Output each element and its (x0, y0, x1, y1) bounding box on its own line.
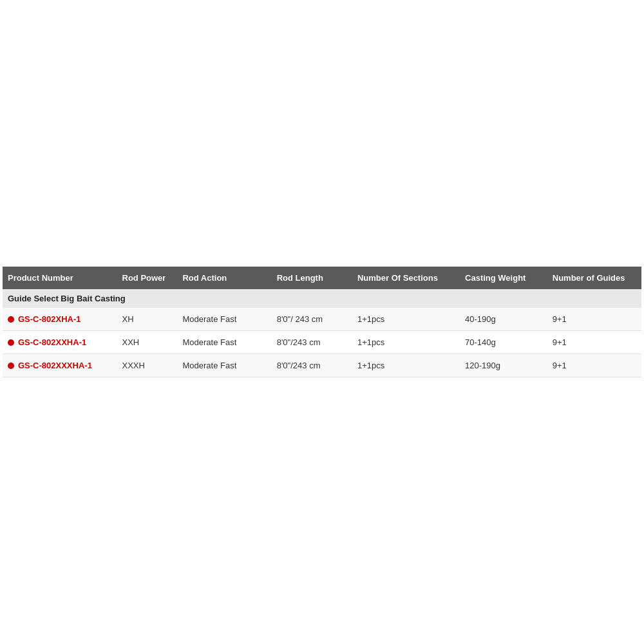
red-dot-icon (8, 339, 14, 346)
header-product-number: Product Number (3, 267, 117, 289)
cell-rod-action-0: Moderate Fast (177, 308, 271, 331)
red-dot-icon (8, 316, 14, 323)
table-container: Product Number Rod Power Rod Action Rod … (3, 267, 641, 377)
cell-rod-action-1: Moderate Fast (177, 331, 271, 354)
cell-rod-length-0: 8'0"/ 243 cm (272, 308, 352, 331)
product-link-2[interactable]: GS-C-802XXXHA-1 (18, 361, 92, 370)
cell-guides-2: 9+1 (547, 354, 641, 377)
cell-product-number-1: GS-C-802XXHA-1 (3, 331, 117, 354)
header-casting-weight: Casting Weight (460, 267, 547, 289)
red-dot-icon (8, 363, 14, 369)
cell-product-number-2: GS-C-802XXXHA-1 (3, 354, 117, 377)
cell-rod-length-1: 8'0"/243 cm (272, 331, 352, 354)
cell-casting-1: 70-140g (460, 331, 547, 354)
table-row: GS-C-802XXXHA-1 XXXH Moderate Fast 8'0"/… (3, 354, 641, 377)
product-link-0[interactable]: GS-C-802XHA-1 (18, 314, 81, 324)
table-row: GS-C-802XXHA-1 XXH Moderate Fast 8'0"/24… (3, 331, 641, 354)
cell-casting-0: 40-190g (460, 308, 547, 331)
cell-product-number-0: GS-C-802XHA-1 (3, 308, 117, 331)
section-header-row: Guide Select Big Bait Casting (3, 289, 641, 308)
cell-rod-length-2: 8'0"/243 cm (272, 354, 352, 377)
header-number-of-guides: Number of Guides (547, 267, 641, 289)
specs-table: Product Number Rod Power Rod Action Rod … (3, 267, 641, 377)
header-number-of-sections: Number Of Sections (352, 267, 460, 289)
cell-sections-0: 1+1pcs (352, 308, 460, 331)
table-header-row: Product Number Rod Power Rod Action Rod … (3, 267, 641, 289)
cell-casting-2: 120-190g (460, 354, 547, 377)
page-wrapper: Product Number Rod Power Rod Action Rod … (0, 0, 644, 644)
header-rod-power: Rod Power (117, 267, 178, 289)
cell-sections-2: 1+1pcs (352, 354, 460, 377)
cell-sections-1: 1+1pcs (352, 331, 460, 354)
cell-guides-1: 9+1 (547, 331, 641, 354)
cell-rod-power-0: XH (117, 308, 178, 331)
section-label: Guide Select Big Bait Casting (3, 289, 641, 308)
header-rod-action: Rod Action (177, 267, 271, 289)
product-link-1[interactable]: GS-C-802XXHA-1 (18, 337, 86, 347)
header-rod-length: Rod Length (272, 267, 352, 289)
cell-rod-power-2: XXXH (117, 354, 178, 377)
cell-rod-power-1: XXH (117, 331, 178, 354)
cell-rod-action-2: Moderate Fast (177, 354, 271, 377)
table-row: GS-C-802XHA-1 XH Moderate Fast 8'0"/ 243… (3, 308, 641, 331)
cell-guides-0: 9+1 (547, 308, 641, 331)
